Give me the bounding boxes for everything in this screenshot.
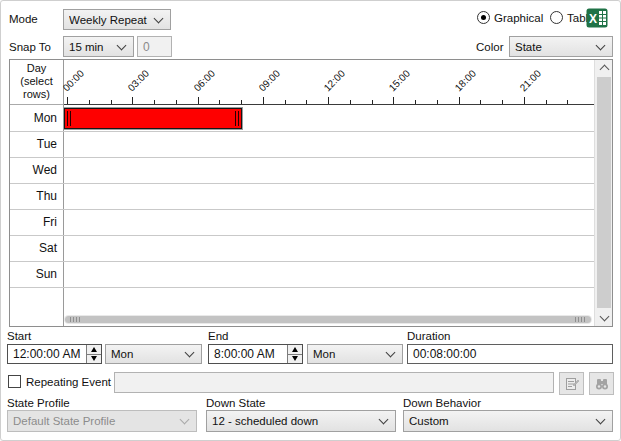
time-tick: [546, 100, 547, 104]
find-button: [589, 372, 614, 395]
time-label: 18:00: [452, 68, 478, 94]
grip-icon: [575, 317, 586, 322]
time-tick: [459, 97, 460, 104]
event-resize-handle[interactable]: [238, 111, 239, 126]
edit-event-notes-button: [559, 372, 584, 395]
down-behavior-select[interactable]: Custom: [403, 410, 613, 432]
spin-up-icon[interactable]: [87, 345, 101, 355]
repeating-event-label: Repeating Event: [26, 376, 111, 388]
color-label: Color: [476, 41, 503, 53]
start-day-select[interactable]: Mon: [105, 344, 202, 364]
start-time-spinner[interactable]: 12:00:00 AM: [7, 344, 102, 364]
row-divider: [10, 183, 594, 184]
time-tick: [263, 97, 264, 104]
spinner-buttons[interactable]: [287, 345, 302, 363]
grip-icon: [70, 317, 81, 322]
row-divider: [10, 261, 594, 262]
row-divider: [10, 209, 594, 210]
event-resize-handle[interactable]: [235, 111, 236, 126]
end-time-spinner[interactable]: 8:00:00 AM: [208, 344, 303, 364]
day-row-label[interactable]: Mon: [10, 105, 57, 131]
day-row-label[interactable]: Thu: [10, 183, 57, 209]
vertical-scroll-thumb[interactable]: [597, 77, 611, 308]
row-divider: [10, 131, 594, 132]
color-select[interactable]: State: [509, 36, 613, 57]
time-tick: [328, 97, 329, 104]
time-axis-line: [63, 104, 594, 105]
time-tick: [350, 100, 351, 104]
svg-text:X: X: [589, 12, 597, 26]
radio-graphical[interactable]: Graphical: [477, 11, 543, 24]
day-column-header: Day (select rows): [10, 60, 63, 105]
time-tick: [437, 100, 438, 104]
time-tick: [154, 100, 155, 104]
day-row-label[interactable]: Fri: [10, 209, 57, 235]
time-label: 21:00: [517, 68, 543, 94]
down-behavior-label: Down Behavior: [403, 397, 481, 409]
time-tick: [132, 97, 133, 104]
notes-icon: [564, 376, 580, 392]
scroll-down-button[interactable]: [595, 310, 613, 326]
end-label: End: [208, 330, 228, 342]
mode-label: Mode: [9, 13, 38, 25]
mode-select[interactable]: Weekly Repeat: [63, 9, 171, 30]
time-tick: [285, 100, 286, 104]
state-profile-label: State Profile: [7, 397, 70, 409]
time-tick: [393, 97, 394, 104]
repeating-event-checkbox[interactable]: [8, 375, 21, 388]
spinner-buttons[interactable]: [86, 345, 101, 363]
radio-icon: [550, 11, 563, 24]
start-label: Start: [7, 330, 31, 342]
snap-to-label: Snap To: [9, 41, 51, 53]
snap-offset-input: 0: [137, 36, 172, 57]
binoculars-icon: [594, 376, 610, 392]
time-tick: [415, 100, 416, 104]
state-profile-select: Default State Profile: [7, 410, 197, 432]
day-row-label[interactable]: Wed: [10, 157, 57, 183]
time-tick: [176, 100, 177, 104]
day-row-label[interactable]: Sat: [10, 235, 57, 261]
time-tick: [372, 100, 373, 104]
event-bar[interactable]: [64, 108, 242, 129]
end-day-select[interactable]: Mon: [307, 344, 403, 364]
time-tick: [219, 100, 220, 104]
spin-down-icon[interactable]: [87, 355, 101, 364]
duration-input[interactable]: 00:08:00:00: [407, 344, 613, 364]
time-tick: [480, 100, 481, 104]
radio-icon: [477, 11, 490, 24]
excel-export-icon[interactable]: X: [586, 8, 608, 28]
day-row-label[interactable]: Tue: [10, 131, 57, 157]
spin-down-icon[interactable]: [288, 355, 302, 364]
horizontal-scroll-thumb[interactable]: [65, 316, 591, 323]
time-label: 00:00: [61, 68, 87, 94]
chevron-up-icon: [599, 65, 609, 75]
scroll-up-button[interactable]: [595, 60, 613, 76]
time-tick: [241, 100, 242, 104]
spin-up-icon[interactable]: [288, 345, 302, 355]
horizontal-scrollbar[interactable]: [64, 315, 592, 324]
row-divider: [10, 287, 594, 288]
row-divider: [10, 235, 594, 236]
time-tick: [524, 97, 525, 104]
row-divider: [10, 157, 594, 158]
schedule-editor-panel: Mode Weekly Repeat Snap To 15 min 0 Grap…: [0, 0, 621, 441]
day-row-label[interactable]: Sun: [10, 261, 57, 287]
vertical-scrollbar[interactable]: [594, 60, 612, 326]
down-state-select[interactable]: 12 - scheduled down: [206, 410, 396, 432]
event-resize-handle[interactable]: [70, 111, 71, 126]
snap-to-select[interactable]: 15 min: [63, 36, 134, 57]
schedule-grid[interactable]: Day (select rows) 00:0003:0006:0009:0012…: [9, 59, 613, 327]
duration-label: Duration: [407, 330, 450, 342]
time-label: 09:00: [256, 68, 282, 94]
chevron-down-icon: [599, 312, 609, 322]
event-resize-handle[interactable]: [67, 111, 68, 126]
time-tick: [67, 97, 68, 104]
repeating-event-input: [114, 372, 554, 393]
time-label: 03:00: [126, 68, 152, 94]
time-tick: [89, 100, 90, 104]
time-label: 12:00: [322, 68, 348, 94]
time-tick: [567, 100, 568, 104]
down-state-label: Down State: [206, 397, 265, 409]
time-tick: [306, 100, 307, 104]
time-tick: [502, 100, 503, 104]
